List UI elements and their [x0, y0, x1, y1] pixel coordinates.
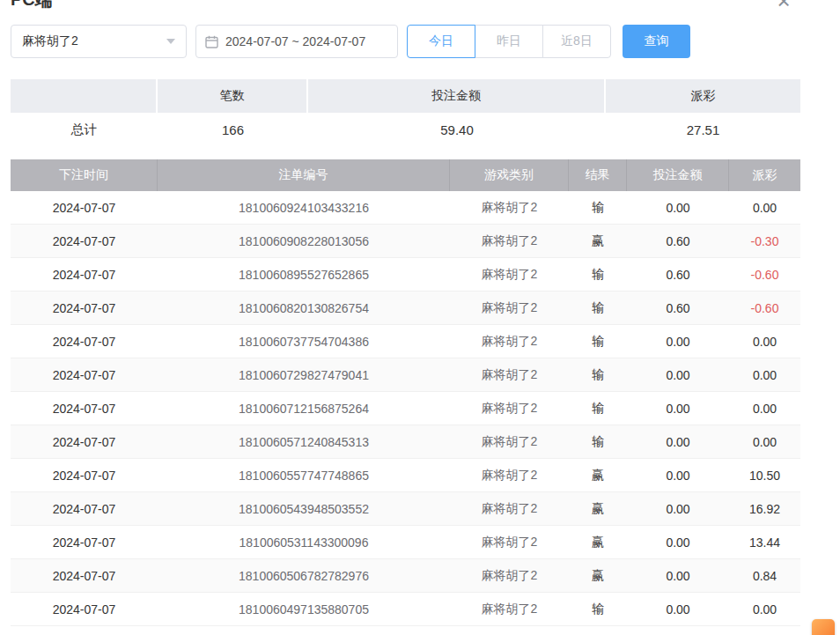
cell-result: 赢: [569, 492, 627, 525]
summary-total-row: 总计 166 59.40 27.51: [11, 113, 800, 147]
cell-result: 输: [569, 258, 627, 291]
date-range-input[interactable]: 2024-07-07 ~ 2024-07-07: [195, 25, 398, 58]
cell-id: 1810060820130826754: [158, 292, 450, 324]
summary-total-bet-amount: 59.40: [308, 113, 606, 147]
game-select-value: 麻将胡了2: [22, 33, 78, 49]
cell-bet: 0.00: [627, 425, 729, 458]
chevron-down-icon: [166, 39, 175, 44]
bet-table-header-row: 下注时间 注单编号 游戏类别 结果 投注金额 派彩: [11, 159, 800, 191]
table-row: 2024-07-07 1810060729827479041 麻将胡了2 输 0…: [11, 358, 800, 392]
close-icon[interactable]: ×: [771, 0, 796, 12]
cell-id: 1810060908228013056: [158, 225, 450, 257]
cell-result: 输: [569, 392, 627, 425]
cell-time: 2024-07-07: [11, 225, 158, 257]
cell-time: 2024-07-07: [11, 459, 158, 491]
cell-time: 2024-07-07: [11, 526, 158, 558]
cell-id: 1810060557747748865: [158, 459, 450, 491]
table-row: 2024-07-07 1810060737754704386 麻将胡了2 输 0…: [11, 325, 800, 358]
cell-game: 麻将胡了2: [450, 425, 569, 458]
header-payout: 派彩: [729, 159, 800, 191]
cell-time: 2024-07-07: [11, 358, 158, 391]
cell-payout: 0.00: [729, 425, 800, 458]
cell-bet: 0.00: [627, 492, 729, 525]
cell-game: 麻将胡了2: [450, 191, 569, 224]
cell-payout: 0.00: [729, 392, 800, 425]
table-row: 2024-07-07 1810060543948503552 麻将胡了2 赢 0…: [11, 492, 800, 526]
cell-result: 输: [569, 358, 627, 391]
summary-header-count: 笔数: [158, 79, 308, 113]
cell-id: 1810060712156875264: [158, 392, 450, 425]
cell-bet: 0.00: [627, 392, 729, 425]
table-row: 2024-07-07 1810060571240845313 麻将胡了2 输 0…: [11, 425, 800, 459]
game-select[interactable]: 麻将胡了2: [11, 25, 187, 58]
table-row: 2024-07-07 1810060712156875264 麻将胡了2 输 0…: [11, 392, 800, 425]
cell-result: 输: [569, 593, 627, 625]
cell-bet: 0.00: [627, 559, 729, 592]
date-range-value: 2024-07-07 ~ 2024-07-07: [225, 34, 365, 48]
today-button[interactable]: 今日: [407, 25, 475, 58]
cell-payout: 0.84: [729, 559, 800, 592]
bet-table-body: 2024-07-07 1810060924103433216 麻将胡了2 输 0…: [11, 191, 800, 626]
cell-game: 麻将胡了2: [450, 593, 569, 625]
cell-id: 1810060506782782976: [158, 559, 450, 592]
cell-time: 2024-07-07: [11, 425, 158, 458]
cell-bet: 0.00: [627, 191, 729, 224]
table-row: 2024-07-07 1810060557747748865 麻将胡了2 赢 0…: [11, 459, 800, 492]
cell-result: 输: [569, 191, 627, 224]
cell-bet: 0.00: [627, 593, 729, 625]
quick-range-group: 今日 昨日 近8日: [407, 25, 611, 58]
cell-payout: 13.44: [729, 526, 800, 558]
summary-header-blank: [11, 79, 158, 113]
support-widget-icon[interactable]: [812, 619, 835, 635]
cell-result: 赢: [569, 225, 627, 257]
summary-total-label: 总计: [11, 113, 158, 147]
cell-bet: 0.60: [627, 292, 729, 324]
summary-total-payout: 27.51: [606, 113, 800, 147]
cell-game: 麻将胡了2: [450, 392, 569, 425]
header-bet-id: 注单编号: [158, 159, 450, 191]
table-row: 2024-07-07 1810060820130826754 麻将胡了2 输 0…: [11, 292, 800, 325]
cell-payout: -0.60: [729, 292, 800, 324]
cell-id: 1810060571240845313: [158, 425, 450, 458]
cell-bet: 0.00: [627, 526, 729, 558]
cell-bet: 0.60: [627, 258, 729, 291]
header-game-type: 游戏类别: [450, 159, 569, 191]
query-button[interactable]: 查询: [623, 25, 690, 58]
cell-game: 麻将胡了2: [450, 526, 569, 558]
table-row: 2024-07-07 1810060908228013056 麻将胡了2 赢 0…: [11, 225, 800, 258]
cell-payout: 0.00: [729, 593, 800, 625]
filter-bar: 麻将胡了2 2024-07-07 ~ 2024-07-07 今日 昨日 近8日 …: [11, 25, 690, 58]
cell-game: 麻将胡了2: [450, 459, 569, 491]
table-row: 2024-07-07 1810060895527652865 麻将胡了2 输 0…: [11, 258, 800, 292]
summary-total-count: 166: [158, 113, 308, 147]
table-row: 2024-07-07 1810060924103433216 麻将胡了2 输 0…: [11, 191, 800, 225]
cell-game: 麻将胡了2: [450, 258, 569, 291]
cell-result: 赢: [569, 459, 627, 491]
last-8-days-button[interactable]: 近8日: [542, 25, 611, 58]
cell-game: 麻将胡了2: [450, 492, 569, 525]
cell-bet: 0.00: [627, 459, 729, 491]
cell-time: 2024-07-07: [11, 292, 158, 324]
cell-payout: 0.00: [729, 191, 800, 224]
cell-payout: 0.00: [729, 358, 800, 391]
cell-result: 输: [569, 292, 627, 324]
cell-id: 1810060543948503552: [158, 492, 450, 525]
table-row: 2024-07-07 1810060531143300096 麻将胡了2 赢 0…: [11, 526, 800, 559]
summary-header-row: 笔数 投注金额 派彩: [11, 79, 800, 113]
cell-id: 1810060729827479041: [158, 358, 450, 391]
summary-table: 笔数 投注金额 派彩 总计 166 59.40 27.51: [11, 79, 800, 147]
cell-bet: 0.00: [627, 325, 729, 358]
cell-payout: 16.92: [729, 492, 800, 525]
cell-bet: 0.00: [627, 358, 729, 391]
cell-id: 1810060497135880705: [158, 593, 450, 625]
cell-payout: 10.50: [729, 459, 800, 491]
cell-id: 1810060895527652865: [158, 258, 450, 291]
bet-table: 下注时间 注单编号 游戏类别 结果 投注金额 派彩 2024-07-07 181…: [11, 159, 800, 626]
summary-header-bet-amount: 投注金额: [308, 79, 606, 113]
cell-time: 2024-07-07: [11, 258, 158, 291]
cell-id: 1810060737754704386: [158, 325, 450, 358]
cell-time: 2024-07-07: [11, 325, 158, 358]
yesterday-button[interactable]: 昨日: [475, 25, 543, 58]
header-bet-amount: 投注金额: [627, 159, 729, 191]
cell-result: 赢: [569, 559, 627, 592]
